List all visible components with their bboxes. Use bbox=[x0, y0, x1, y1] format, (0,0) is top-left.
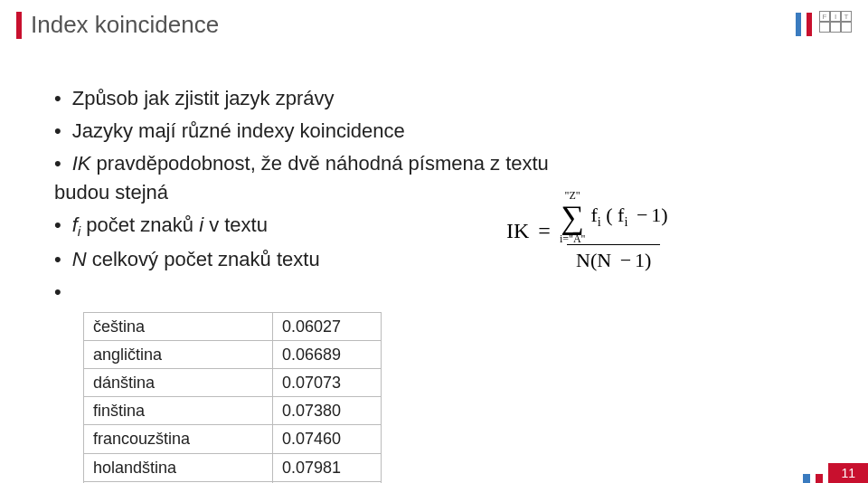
lang-cell: angličtina bbox=[84, 341, 273, 369]
lang-cell: finština bbox=[84, 397, 273, 425]
formula-eq: = bbox=[538, 219, 551, 243]
table-row: dánština0.07073 bbox=[84, 369, 382, 397]
ik-table: čeština0.06027angličtina0.06689dánština0… bbox=[83, 312, 382, 483]
sigma-icon: ∑ bbox=[561, 201, 584, 233]
footer: 11 bbox=[803, 463, 868, 483]
formula: IK = "Z" ∑ i="A" fi ( fi −1) bbox=[506, 190, 832, 272]
value-cell: 0.07380 bbox=[273, 397, 382, 425]
lang-cell: dánština bbox=[84, 369, 273, 397]
formula-numerator: fi ( fi −1) bbox=[590, 204, 667, 230]
value-cell: 0.07073 bbox=[273, 369, 382, 397]
footer-bar-red bbox=[816, 474, 823, 483]
header-logos: FIT bbox=[796, 11, 852, 36]
fit-logo: FIT bbox=[819, 11, 852, 33]
table-row: holandština0.07981 bbox=[84, 453, 382, 481]
table-row: francouzština0.07460 bbox=[84, 425, 382, 453]
lang-cell: francouzština bbox=[84, 425, 273, 453]
logo-bar-blue bbox=[796, 13, 801, 36]
value-cell: 0.07460 bbox=[273, 425, 382, 453]
bullet-3: IK pravděpodobnost, že dvě náhodná písme… bbox=[54, 149, 561, 211]
title-accent-bar bbox=[16, 12, 22, 39]
bullet-list: Způsob jak zjistit jazyk zprávy Jazyky m… bbox=[54, 84, 561, 483]
bullet-2: Jazyky mají různé indexy koincidence bbox=[54, 117, 561, 149]
formula-lhs: IK bbox=[506, 219, 529, 243]
value-cell: 0.06027 bbox=[273, 313, 382, 341]
value-cell: 0.06689 bbox=[273, 341, 382, 369]
bullet-1: Způsob jak zjistit jazyk zprávy bbox=[54, 84, 561, 117]
bullet-4: fi počet znaků i v textu bbox=[54, 211, 561, 246]
bullet-5: N celkový počet znaků textu bbox=[54, 245, 561, 278]
lang-cell: čeština bbox=[84, 313, 273, 341]
footer-bar-blue bbox=[803, 474, 810, 483]
table-row: finština0.07380 bbox=[84, 397, 382, 425]
page-title: Index koincidence bbox=[31, 11, 219, 39]
value-cell: 0.07981 bbox=[273, 453, 382, 481]
logo-bar-red bbox=[807, 13, 812, 36]
table-row: čeština0.06027 bbox=[84, 313, 382, 341]
sum-lower: i="A" bbox=[560, 233, 586, 244]
page-number: 11 bbox=[828, 463, 868, 483]
formula-denominator: N(N −1) bbox=[567, 244, 660, 272]
lang-cell: holandština bbox=[84, 453, 273, 481]
table-wrapper: čeština0.06027angličtina0.06689dánština0… bbox=[54, 278, 561, 483]
table-row: angličtina0.06689 bbox=[84, 341, 382, 369]
